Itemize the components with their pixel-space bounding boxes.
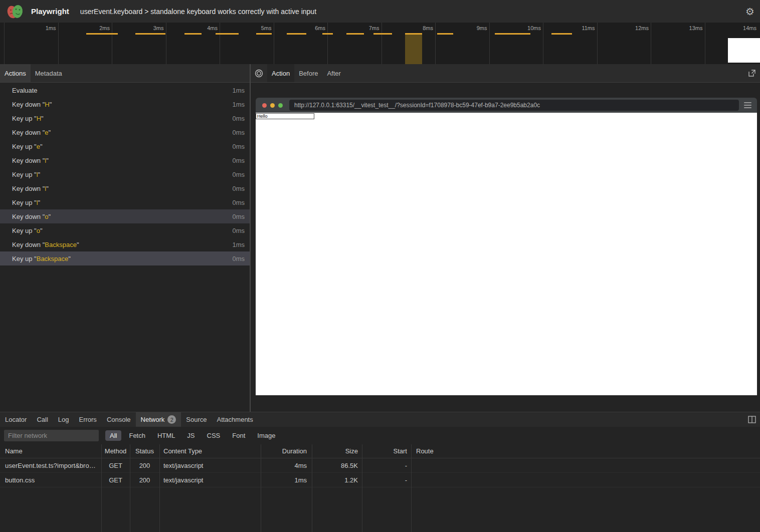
action-title: Key down "o" <box>12 213 51 220</box>
timeline-action-mark <box>287 33 306 35</box>
tab-log[interactable]: Log <box>53 412 74 427</box>
action-title: Key up "e" <box>12 143 43 150</box>
action-title: Evaluate <box>12 87 38 94</box>
tab-metadata[interactable]: Metadata <box>31 64 67 82</box>
cell-start: - <box>362 476 411 484</box>
timeline-action-mark <box>437 33 453 35</box>
action-title: Key up "Backspace" <box>12 255 71 262</box>
cell-name: button.css <box>0 476 101 484</box>
action-row[interactable]: Key up "l"0ms <box>0 167 250 181</box>
action-row[interactable]: Key up "H"0ms <box>0 111 250 125</box>
timeline-action-mark <box>551 33 572 35</box>
action-key-value: l <box>37 199 38 206</box>
timeline-selected-range <box>405 33 422 64</box>
action-duration: 0ms <box>232 199 245 206</box>
filter-chip-fetch[interactable]: Fetch <box>124 430 150 441</box>
column-divider <box>130 444 130 532</box>
timeline-gridline <box>327 23 328 64</box>
action-row[interactable]: Key up "Backspace"0ms <box>0 251 250 265</box>
action-row[interactable]: Key down "Backspace"1ms <box>0 237 250 251</box>
top-bar: Playwright userEvent.keyboard > standalo… <box>0 0 760 23</box>
cell-duration: 4ms <box>261 462 312 469</box>
traffic-light-dots <box>262 103 283 108</box>
network-filter-input[interactable] <box>4 430 99 441</box>
timeline-gridline <box>489 23 490 64</box>
timeline-action-mark <box>405 33 422 35</box>
timeline-gridline <box>166 23 166 64</box>
tab-source[interactable]: Source <box>181 412 212 427</box>
timeline-gridline <box>4 23 5 64</box>
close-dot-icon <box>262 103 267 108</box>
action-row[interactable]: Key down "e"0ms <box>0 125 250 139</box>
app-title: Playwright <box>31 7 69 16</box>
action-duration: 0ms <box>232 157 245 164</box>
filter-chip-js[interactable]: JS <box>182 430 199 441</box>
action-title: Key down "Backspace" <box>12 241 79 248</box>
tab-before[interactable]: Before <box>294 64 322 82</box>
action-key-value: l <box>45 185 46 192</box>
tab-call[interactable]: Call <box>32 412 53 427</box>
toggle-columns-layout-icon[interactable] <box>744 412 760 427</box>
action-row[interactable]: Key down "l"0ms <box>0 181 250 195</box>
action-title: Key down "l" <box>12 185 49 192</box>
action-duration: 1ms <box>232 101 245 108</box>
cell-start: - <box>362 462 411 469</box>
network-table-row[interactable]: userEvent.test.ts?import&bro…GET200text/… <box>0 458 760 473</box>
tab-after[interactable]: After <box>322 64 345 82</box>
panel-resize-divider[interactable] <box>250 64 251 412</box>
tab-attachments[interactable]: Attachments <box>212 412 258 427</box>
network-filter-row: AllFetchHTMLJSCSSFontImage <box>0 427 760 444</box>
tab-label: Attachments <box>217 416 253 423</box>
filter-chip-image[interactable]: Image <box>253 430 280 441</box>
tab-action[interactable]: Action <box>267 64 294 82</box>
action-duration: 0ms <box>232 227 245 234</box>
action-row[interactable]: Evaluate1ms <box>0 83 250 97</box>
cell-duration: 1ms <box>261 476 312 484</box>
breadcrumb: userEvent.keyboard > standalone keyboard… <box>80 8 316 16</box>
open-external-icon[interactable] <box>744 64 760 82</box>
timeline-gridline <box>651 23 651 64</box>
column-header-status: Status <box>130 447 159 455</box>
pick-locator-target-icon[interactable] <box>251 64 267 82</box>
timeline-tick-label: 10ms <box>527 25 541 31</box>
column-divider <box>159 444 160 532</box>
action-row[interactable]: Key down "H"1ms <box>0 97 250 111</box>
tab-console[interactable]: Console <box>102 412 136 427</box>
column-divider <box>101 444 102 532</box>
timeline-tick-label: 2ms <box>99 25 110 31</box>
timeline-gridline <box>382 23 382 64</box>
filter-chip-html[interactable]: HTML <box>153 430 179 441</box>
column-header-size: Size <box>312 447 362 455</box>
network-table-header-row: NameMethodStatusContent TypeDurationSize… <box>0 444 760 458</box>
timeline-action-mark <box>495 33 530 35</box>
timeline-gridline <box>58 23 59 64</box>
action-row[interactable]: Key down "l"0ms <box>0 153 250 167</box>
cell-size: 86.5K <box>312 462 362 469</box>
action-row[interactable]: Key up "l"0ms <box>0 195 250 209</box>
column-header-method: Method <box>101 447 130 455</box>
tab-locator[interactable]: Locator <box>0 412 32 427</box>
action-row[interactable]: Key up "o"0ms <box>0 223 250 237</box>
settings-gear-icon[interactable]: ⚙ <box>745 7 754 17</box>
timeline-gridline <box>435 23 436 64</box>
action-row[interactable]: Key down "o"0ms <box>0 209 250 223</box>
action-duration: 0ms <box>232 255 245 262</box>
timeline-tick-label: 14ms <box>743 25 756 31</box>
action-row[interactable]: Key up "e"0ms <box>0 139 250 153</box>
column-header-route: Route <box>411 447 760 455</box>
tab-errors[interactable]: Errors <box>74 412 101 427</box>
tab-network[interactable]: Network2 <box>136 412 181 427</box>
tab-label: Network <box>141 416 165 423</box>
filter-chip-css[interactable]: CSS <box>203 430 225 441</box>
timeline-strip[interactable]: 1ms2ms3ms4ms5ms6ms7ms8ms9ms10ms11ms12ms1… <box>0 23 760 64</box>
timeline-action-mark <box>135 33 165 35</box>
network-table-row[interactable]: button.cssGET200text/javascript1ms1.2K- <box>0 473 760 487</box>
action-key-value: Backspace <box>37 255 69 262</box>
timeline-tick-label: 5ms <box>261 25 272 31</box>
filter-chip-all[interactable]: All <box>105 430 121 441</box>
action-duration: 0ms <box>232 213 245 220</box>
filter-chip-font[interactable]: Font <box>228 430 250 441</box>
tab-actions[interactable]: Actions <box>0 64 31 82</box>
cell-name: userEvent.test.ts?import&bro… <box>0 462 101 469</box>
snapshot-text-input[interactable] <box>256 113 314 119</box>
